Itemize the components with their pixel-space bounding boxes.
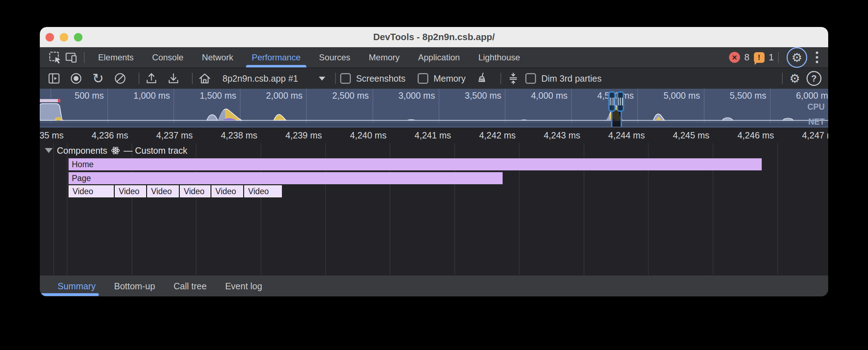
ruler-tick-label: 4,240 ms — [326, 130, 390, 141]
memory-checkbox[interactable]: Memory — [418, 73, 466, 84]
more-options-button[interactable] — [816, 51, 818, 63]
collapse-arrows-icon — [506, 71, 520, 86]
track-event-bar[interactable]: Video — [211, 185, 243, 197]
block-icon — [113, 71, 127, 86]
device-toolbar-icon — [64, 50, 79, 65]
track-event-bar[interactable]: Video — [244, 185, 282, 197]
tab-application[interactable]: Application — [409, 47, 469, 67]
track-event-bar[interactable]: Page — [69, 172, 503, 184]
timeline-overview[interactable]: 500 ms1,000 ms1,500 ms2,000 ms2,500 ms3,… — [40, 89, 828, 127]
ruler-tick-label: 4,246 ms — [713, 130, 778, 141]
checkbox-icon — [418, 73, 428, 84]
gear-icon: ⚙ — [789, 72, 800, 84]
ruler-tick-label: 4,245 ms — [648, 130, 713, 141]
ruler-tick-label: 4,243 ms — [519, 130, 584, 141]
detail-ruler: 4,235 ms4,236 ms4,237 ms4,238 ms4,239 ms… — [40, 127, 828, 143]
devtools-window: DevTools - 8p2n9n.csb.app/ Elements Cons… — [40, 27, 828, 296]
network-request-bar — [40, 99, 58, 102]
custom-track-title: Components — Custom track — [57, 146, 187, 156]
screenshots-checkbox[interactable]: Screenshots — [340, 73, 406, 84]
selection-window-shade — [612, 110, 621, 127]
ignore-listing-button[interactable] — [505, 71, 521, 86]
error-icon: × — [729, 52, 740, 63]
chevron-down-icon — [319, 77, 325, 81]
track-event-bar[interactable]: Video — [180, 185, 210, 197]
checkbox-icon — [340, 73, 351, 84]
overview-cpu-chart — [40, 89, 828, 127]
minimize-button[interactable] — [60, 33, 68, 42]
checkbox-icon — [525, 73, 536, 84]
ruler-tick-label: 4,235 ms — [40, 130, 67, 141]
selection-stem-left — [611, 110, 612, 127]
tab-elements[interactable]: Elements — [89, 47, 143, 67]
brush-icon — [475, 71, 489, 86]
ruler-tick-label: 4,237 ms — [132, 130, 197, 141]
flame-chart-area[interactable]: 4,235 ms4,236 ms4,237 ms4,238 ms4,239 ms… — [40, 127, 828, 275]
ruler-tick-label: 4,239 ms — [261, 130, 326, 141]
reload-icon: ↻ — [92, 72, 104, 85]
toggle-sidebar-button[interactable] — [46, 71, 62, 86]
selection-stem-right — [621, 110, 622, 127]
dim-3rd-parties-checkbox[interactable]: Dim 3rd parties — [525, 73, 602, 84]
cpu-lane-label: CPU — [807, 102, 825, 112]
home-icon — [198, 71, 212, 86]
tab-console[interactable]: Console — [143, 47, 193, 67]
save-profile-button[interactable] — [166, 71, 181, 86]
traffic-lights — [45, 27, 82, 47]
reload-and-record-button[interactable]: ↻ — [90, 71, 106, 86]
inspect-cursor-icon — [48, 50, 62, 65]
error-count: 8 — [744, 52, 749, 63]
panel-left-icon — [47, 71, 61, 86]
ruler-tick-label: 4,241 ms — [390, 130, 455, 141]
track-event-bar[interactable]: Video — [115, 185, 146, 197]
ruler-tick-label: 4,242 ms — [455, 130, 519, 141]
tab-event-log[interactable]: Event log — [216, 275, 271, 296]
capture-settings-button[interactable]: ⚙ — [787, 71, 803, 86]
record-icon — [69, 71, 83, 86]
track-event-bar[interactable]: Home — [69, 158, 762, 170]
devtools-tabbar: Elements Console Network Performance Sou… — [40, 47, 828, 67]
tab-network[interactable]: Network — [193, 47, 242, 67]
ruler-tick-label: 4,244 ms — [584, 130, 649, 141]
help-icon: ? — [807, 71, 821, 86]
load-profile-button[interactable] — [144, 71, 159, 86]
divider — [335, 73, 336, 84]
ruler-tick-label: 4,238 ms — [196, 130, 261, 141]
device-toolbar-button[interactable] — [63, 49, 80, 66]
record-button[interactable] — [68, 71, 84, 86]
track-event-bar[interactable]: Video — [147, 185, 179, 197]
window-title: DevTools - 8p2n9n.csb.app/ — [373, 32, 495, 43]
tab-bottom-up[interactable]: Bottom-up — [105, 275, 164, 296]
target-selector-dropdown[interactable]: 8p2n9n.csb.app #1 — [223, 73, 325, 84]
collect-garbage-button[interactable] — [474, 71, 490, 86]
dim-3rd-parties-label: Dim 3rd parties — [541, 73, 602, 84]
home-button[interactable] — [197, 71, 213, 86]
tab-call-tree[interactable]: Call tree — [164, 275, 216, 296]
chevron-expanded-icon — [45, 148, 53, 153]
tab-sources[interactable]: Sources — [310, 47, 360, 67]
selection-handle-left[interactable] — [608, 91, 616, 112]
screenshots-label: Screenshots — [356, 73, 406, 84]
close-button[interactable] — [45, 33, 54, 42]
download-icon — [166, 71, 181, 86]
issue-count: 1 — [769, 52, 774, 63]
active-tab-underline — [40, 293, 99, 296]
network-request-bar-tail — [58, 99, 60, 102]
track-event-bar[interactable]: Video — [69, 185, 114, 197]
divider — [500, 73, 501, 84]
selection-handle-right[interactable] — [617, 91, 624, 112]
tab-memory[interactable]: Memory — [360, 47, 409, 67]
clear-button[interactable] — [112, 71, 128, 86]
custom-track-header[interactable]: Components — Custom track — [45, 144, 187, 157]
tab-performance[interactable]: Performance — [242, 47, 310, 67]
help-button[interactable]: ? — [806, 71, 822, 86]
inspect-element-button[interactable] — [47, 49, 63, 66]
zoom-button[interactable] — [74, 33, 82, 42]
performance-toolbar: ↻ 8p2n9n.csb.app #1 — [40, 67, 828, 89]
settings-button-focused[interactable]: ⚙ — [787, 47, 807, 68]
console-status-badges[interactable]: × 8 ! 1 — [729, 52, 774, 63]
ruler-tick-label: 4,247 ms — [778, 130, 828, 141]
titlebar: DevTools - 8p2n9n.csb.app/ — [40, 27, 828, 47]
details-tabbar: Summary Bottom-up Call tree Event log — [40, 275, 828, 296]
tab-lighthouse[interactable]: Lighthouse — [469, 47, 529, 67]
